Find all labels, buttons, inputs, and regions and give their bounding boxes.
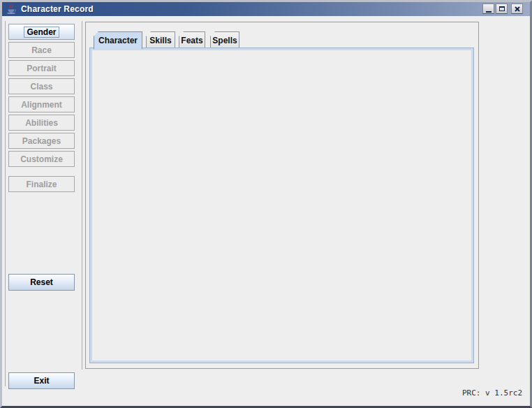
button-label: Packages bbox=[22, 136, 61, 146]
sidebar-button-packages[interactable]: Packages bbox=[8, 133, 75, 149]
sidebar-button-gender[interactable]: Gender bbox=[8, 24, 75, 40]
button-label: Portrait bbox=[27, 64, 57, 73]
sidebar-button-abilities[interactable]: Abilities bbox=[8, 115, 75, 131]
exit-button[interactable]: Exit bbox=[8, 372, 75, 389]
button-label: Race bbox=[31, 45, 52, 55]
sidebar-button-class[interactable]: Class bbox=[8, 78, 75, 94]
button-label: Alignment bbox=[21, 100, 62, 110]
button-label: Class bbox=[30, 82, 52, 92]
sidebar-button-finalize[interactable]: Finalize bbox=[8, 176, 75, 192]
content-area: Gender Race Portrait Class Alignment Abi… bbox=[2, 16, 530, 406]
tab-label: Feats bbox=[181, 36, 202, 45]
button-label: Customize bbox=[20, 154, 63, 164]
tab-label: Character bbox=[98, 36, 138, 45]
focus-ring: Gender bbox=[24, 27, 59, 38]
minimize-button[interactable] bbox=[482, 3, 494, 14]
character-record-window: Character Record Gender Race Portrait Cl… bbox=[0, 0, 532, 408]
sidebar-button-alignment[interactable]: Alignment bbox=[8, 96, 75, 112]
tab-label: Skills bbox=[149, 36, 171, 45]
close-button[interactable] bbox=[511, 3, 523, 14]
tab-label: Spells bbox=[212, 36, 237, 45]
window-title: Character Record bbox=[21, 4, 94, 14]
tab-skills[interactable]: Skills bbox=[146, 31, 175, 48]
button-label: Reset bbox=[30, 277, 53, 287]
version-label: PRC: v 1.5rc2 bbox=[462, 388, 522, 398]
sidebar-button-customize[interactable]: Customize bbox=[8, 151, 75, 167]
tab-content-character bbox=[89, 48, 474, 363]
sidebar-right-border bbox=[82, 21, 82, 370]
java-cup-icon bbox=[6, 3, 17, 15]
sidebar-button-portrait[interactable]: Portrait bbox=[8, 60, 75, 76]
title-bar[interactable]: Character Record bbox=[2, 2, 530, 17]
tab-character[interactable]: Character bbox=[94, 31, 142, 49]
tabbed-pane: Character Skills Feats Spells bbox=[85, 22, 479, 369]
reset-button[interactable]: Reset bbox=[8, 274, 75, 291]
tab-spells[interactable]: Spells bbox=[210, 31, 239, 48]
sidebar-button-race[interactable]: Race bbox=[8, 42, 75, 58]
maximize-icon bbox=[499, 6, 505, 11]
window-controls bbox=[481, 3, 523, 14]
button-label: Gender bbox=[27, 27, 56, 37]
maximize-button[interactable] bbox=[496, 3, 508, 14]
button-label: Exit bbox=[34, 376, 49, 386]
tab-feats[interactable]: Feats bbox=[179, 31, 205, 48]
close-icon bbox=[515, 6, 520, 12]
sidebar-left-border bbox=[5, 21, 6, 386]
button-label: Finalize bbox=[26, 180, 57, 189]
minimize-icon bbox=[486, 6, 492, 13]
button-label: Abilities bbox=[25, 118, 58, 128]
